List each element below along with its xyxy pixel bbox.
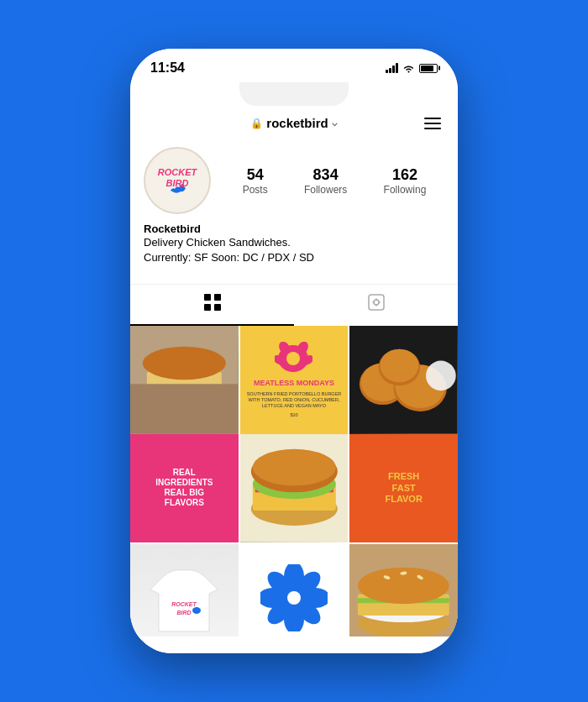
svg-rect-4 [204,294,211,301]
orange-ad-text: FRESH FAST FLAVOR [385,471,422,505]
ig-header: 🔒 rocketbird ⌵ [130,106,458,140]
lock-icon: 🔒 [250,118,263,129]
grid-cell-6[interactable]: FRESH FAST FLAVOR [349,434,458,542]
signal-icon [386,63,398,73]
grid-cell-9[interactable] [349,544,458,637]
tagged-icon [367,293,386,316]
svg-point-29 [426,361,456,391]
profile-top: ROCKET BIRD 54 Posts 834 Foll [144,147,444,214]
wifi-icon [402,64,415,73]
svg-point-49 [287,591,301,605]
photo-grid: MEATLESS MONDAYS SOUTHERN FRIED PORTOBEL… [130,326,458,637]
profile-section: ROCKET BIRD 54 Posts 834 Foll [130,140,458,275]
grid-cell-7[interactable]: ROCKET BIRD [130,544,239,637]
status-bar: 11:54 [150,60,438,76]
chevron-down-icon: ⌵ [332,118,338,128]
battery-icon [419,64,438,73]
meatless-monday-price: $10 [290,412,297,418]
profile-display-name: Rocketbird [144,223,444,235]
svg-point-3 [181,184,184,187]
phone-bottom [130,637,458,653]
following-label: Following [384,184,427,196]
username-bar[interactable]: 🔒 rocketbird ⌵ [250,116,337,130]
bio-line-2: Currently: SF Soon: DC / PDX / SD [144,250,444,265]
svg-rect-6 [204,304,211,311]
username-text: rocketbird [266,116,328,130]
pink-ad-text: REAL INGREDIENTS REAL BIG FLAVORS [155,468,213,508]
phone-content: 🔒 rocketbird ⌵ ROCKET BIRD [130,106,458,637]
svg-text:BIRD: BIRD [177,610,192,616]
posts-count: 54 [243,166,268,184]
followers-count: 834 [304,166,347,184]
status-time: 11:54 [150,60,185,76]
followers-stat[interactable]: 834 Followers [304,166,347,196]
posts-label: Posts [243,184,268,196]
svg-point-39 [192,607,201,614]
grid-cell-3[interactable] [349,326,458,434]
profile-bio: Rocketbird Delivery Chicken Sandwiches. … [144,223,444,265]
svg-point-14 [143,347,226,380]
followers-label: Followers [304,184,347,196]
svg-rect-8 [369,295,384,310]
grid-cell-4[interactable]: REAL INGREDIENTS REAL BIG FLAVORS [130,434,239,542]
hamburger-menu-button[interactable] [424,118,441,129]
tab-grid[interactable] [130,285,294,326]
status-icons [386,63,438,73]
profile-logo-svg: ROCKET BIRD [147,150,207,211]
following-count: 162 [384,166,427,184]
notch [239,82,349,106]
svg-text:ROCKET: ROCKET [172,601,197,607]
svg-point-21 [286,352,300,365]
svg-point-9 [374,300,379,305]
following-stat[interactable]: 162 Following [384,166,427,196]
tabs-bar [130,284,458,326]
avatar[interactable]: ROCKET BIRD [144,147,211,214]
svg-text:BIRD: BIRD [166,178,189,188]
svg-rect-15 [130,385,239,434]
grid-cell-5[interactable] [240,434,349,542]
svg-text:ROCKET: ROCKET [158,167,198,177]
grid-cell-2[interactable]: MEATLESS MONDAYS SOUTHERN FRIED PORTOBEL… [240,326,349,434]
grid-cell-8[interactable] [240,544,349,637]
posts-stat[interactable]: 54 Posts [243,166,268,196]
tab-tagged[interactable] [294,285,458,326]
phone-frame: 11:54 🔒 rocketbird [130,49,458,653]
svg-rect-5 [214,294,221,301]
meatless-monday-title: MEATLESS MONDAYS [254,379,334,388]
meatless-monday-subtitle: SOUTHERN FRIED PORTOBELLO BURGER WITH TO… [247,391,342,409]
svg-point-36 [253,449,336,486]
svg-point-28 [381,349,419,383]
bio-line-1: Delivery Chicken Sandwiches. [144,235,444,250]
svg-rect-7 [214,304,221,311]
grid-icon [203,293,222,316]
status-bar-area: 11:54 [130,49,458,106]
grid-cell-1[interactable] [130,326,239,434]
stats-row: 54 Posts 834 Followers 162 Following [224,166,444,196]
